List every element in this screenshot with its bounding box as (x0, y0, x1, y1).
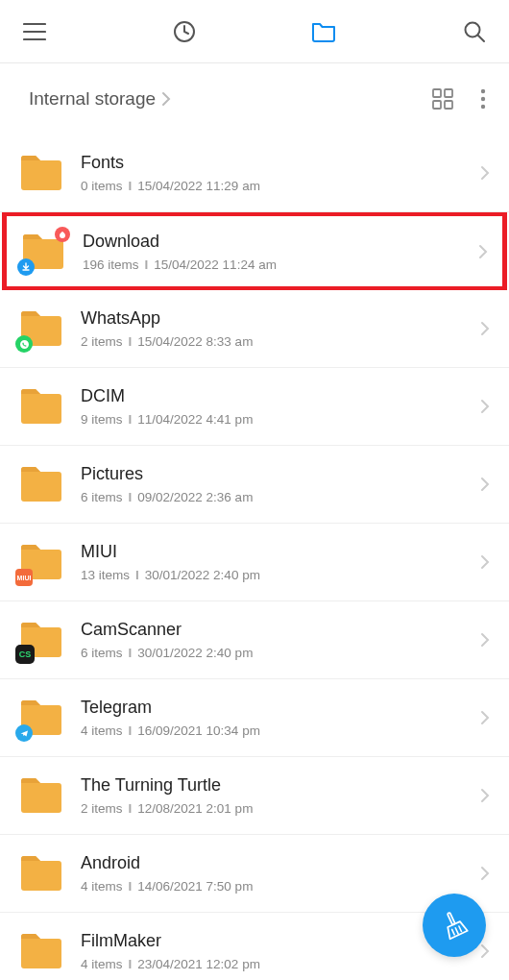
folder-icon (19, 931, 63, 971)
chevron-right-icon (478, 243, 488, 260)
folder-meta: 9 itemsI11/04/2022 4:41 pm (81, 412, 480, 427)
folder-name: CamScanner (81, 620, 480, 640)
folder-row[interactable]: The Turning Turtle2 itemsI12/08/2021 2:0… (0, 757, 509, 835)
folder-name: The Turning Turtle (81, 775, 480, 796)
chevron-right-icon (480, 398, 490, 415)
folder-meta: 4 itemsI14/06/2021 7:50 pm (81, 879, 480, 894)
chevron-right-icon (480, 476, 490, 493)
clean-fab-button[interactable] (423, 894, 486, 957)
folder-icon: CS (19, 620, 63, 660)
svg-rect-5 (445, 101, 452, 109)
folder-row[interactable]: Pictures6 itemsI09/02/2022 2:36 am (0, 446, 509, 524)
folder-icon (19, 308, 63, 349)
folder-name: Android (81, 853, 480, 873)
folder-icon (19, 464, 63, 504)
folder-name: Pictures (81, 464, 480, 484)
chevron-right-icon (480, 943, 490, 960)
folder-meta: 196 itemsI15/04/2022 11:24 am (83, 257, 478, 272)
breadcrumb-label: Internal storage (29, 88, 156, 110)
folder-icon (19, 386, 63, 427)
chevron-right-icon (480, 320, 490, 337)
chevron-right-icon (480, 631, 490, 649)
folder-meta: 6 itemsI30/01/2022 2:40 pm (81, 646, 480, 660)
broom-icon (438, 909, 471, 942)
folder-meta: 13 itemsI30/01/2022 2:40 pm (81, 568, 480, 582)
chevron-right-icon (161, 91, 171, 107)
chevron-right-icon (480, 787, 490, 804)
recent-tab-icon[interactable] (173, 20, 196, 43)
svg-point-7 (481, 97, 485, 101)
folder-row[interactable]: WhatsApp2 itemsI15/04/2022 8:33 am (0, 290, 509, 368)
folder-name: WhatsApp (81, 308, 480, 329)
folder-tab-icon[interactable] (311, 20, 336, 43)
chevron-right-icon (480, 709, 490, 726)
svg-rect-4 (433, 101, 441, 109)
more-options-icon[interactable] (480, 88, 486, 110)
folder-name: Download (83, 232, 478, 252)
folder-row[interactable]: Download196 itemsI15/04/2022 11:24 am (2, 212, 507, 290)
folder-icon (19, 775, 63, 816)
folder-meta: 4 itemsI16/09/2021 10:34 pm (81, 723, 480, 738)
svg-point-8 (481, 105, 485, 109)
chevron-right-icon (480, 164, 490, 182)
chevron-right-icon (480, 865, 490, 882)
folder-meta: 4 itemsI23/04/2021 12:02 pm (81, 957, 480, 971)
folder-name: DCIM (81, 386, 480, 406)
folder-icon (19, 153, 63, 193)
grid-view-icon[interactable] (432, 88, 453, 110)
svg-point-1 (466, 22, 480, 37)
folder-row[interactable]: Fonts0 itemsI15/04/2022 11:29 am (0, 135, 509, 212)
folder-name: FilmMaker (81, 931, 480, 951)
search-icon[interactable] (463, 20, 486, 43)
folder-meta: 6 itemsI09/02/2022 2:36 am (81, 490, 480, 504)
chevron-right-icon (480, 553, 490, 571)
folder-icon (19, 853, 63, 894)
folder-row[interactable]: CSCamScanner6 itemsI30/01/2022 2:40 pm (0, 601, 509, 679)
folder-name: Fonts (81, 153, 480, 173)
folder-icon (21, 232, 65, 272)
svg-point-6 (481, 89, 485, 93)
hamburger-menu-icon[interactable] (23, 22, 46, 41)
svg-rect-3 (445, 89, 452, 97)
folder-icon: MIUI (19, 542, 63, 582)
svg-rect-2 (433, 89, 441, 97)
folder-icon (19, 698, 63, 738)
folder-name: Telegram (81, 698, 480, 718)
folder-row[interactable]: DCIM9 itemsI11/04/2022 4:41 pm (0, 368, 509, 446)
folder-row[interactable]: Telegram4 itemsI16/09/2021 10:34 pm (0, 679, 509, 757)
folder-name: MIUI (81, 542, 480, 562)
folder-meta: 2 itemsI12/08/2021 2:01 pm (81, 801, 480, 816)
folder-meta: 0 itemsI15/04/2022 11:29 am (81, 179, 480, 193)
folder-meta: 2 itemsI15/04/2022 8:33 am (81, 334, 480, 349)
breadcrumb[interactable]: Internal storage (29, 88, 171, 110)
svg-rect-9 (448, 913, 455, 925)
folder-row[interactable]: MIUIMIUI13 itemsI30/01/2022 2:40 pm (0, 524, 509, 601)
